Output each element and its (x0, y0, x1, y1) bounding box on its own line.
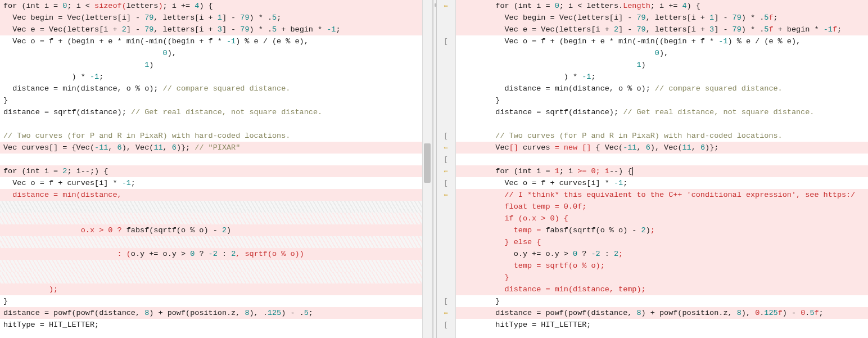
code-line[interactable]: temp = fabsf(sqrtf(o % o) - 2); (456, 224, 869, 236)
match-bracket-icon[interactable]: [ (437, 319, 455, 331)
code-line[interactable]: Vec curves[] = {Vec(-11, 6), Vec(11, 6)}… (0, 142, 422, 154)
right-pane: ⇐[[⇐[⇐[⇐[⇐[ for (int i = 0; i < letters.… (437, 0, 869, 338)
code-line[interactable]: ) * -1; (456, 71, 869, 83)
code-line[interactable]: for (int i = 0; i < letters.Length; i +=… (456, 0, 869, 12)
splitter[interactable] (433, 0, 437, 338)
code-line[interactable]: } (0, 94, 422, 106)
code-line[interactable]: Vec o = f + (begin + e * min(-min((begin… (0, 35, 422, 47)
code-line[interactable]: Vec o = f + (begin + e * min(-min((begin… (456, 35, 869, 47)
left-pane: for (int i = 0; i < sizeof(letters); i +… (0, 0, 433, 338)
move-left-icon[interactable]: ⇐ (437, 189, 455, 201)
gutter-blank (437, 213, 455, 224)
code-line[interactable]: 0), (0, 47, 422, 59)
code-line[interactable]: distance = sqrtf(distance); // Get real … (0, 106, 422, 118)
code-line[interactable] (0, 213, 422, 224)
code-line[interactable] (0, 118, 422, 130)
gutter-blank (437, 224, 455, 236)
right-gutter: ⇐[[⇐[⇐[⇐[⇐[ (437, 0, 456, 338)
code-line[interactable]: Vec e = Vec(letters[i + 2] - 79, letters… (0, 24, 422, 35)
code-line[interactable]: // Two curves (for P and R in PixaR) wit… (456, 130, 869, 142)
code-line[interactable] (0, 236, 422, 248)
code-line[interactable]: 1) (0, 59, 422, 71)
match-bracket-icon[interactable]: [ (437, 35, 455, 47)
gutter-blank (437, 283, 455, 295)
move-left-icon[interactable]: ⇐ (437, 0, 455, 12)
code-line[interactable]: ); (0, 283, 422, 295)
code-line[interactable]: hitType = HIT_LETTER; (0, 319, 422, 331)
code-line[interactable]: Vec begin = Vec(letters[i] - 79, letters… (456, 12, 869, 24)
gutter-blank (437, 272, 455, 283)
code-line[interactable] (0, 154, 422, 165)
code-line[interactable]: Vec o = f + curves[i] * -1; (456, 177, 869, 189)
match-bracket-icon[interactable]: [ (437, 154, 455, 165)
code-line[interactable]: for (int i = 2; i--;) { (0, 165, 422, 177)
gutter-blank (437, 201, 455, 213)
code-line[interactable]: o.x > 0 ? fabsf(sqrtf(o % o) - 2) (0, 224, 422, 236)
scroll-thumb[interactable] (424, 143, 431, 183)
code-line[interactable]: Vec o = f + curves[i] * -1; (0, 177, 422, 189)
move-left-icon[interactable]: ⇐ (437, 165, 455, 177)
code-line[interactable] (0, 201, 422, 213)
gutter-blank (437, 248, 455, 260)
code-line[interactable]: o.y += o.y > 0 ? -2 : 2; (456, 248, 869, 260)
code-line[interactable] (0, 260, 422, 272)
gutter-blank (437, 118, 455, 130)
match-bracket-icon[interactable]: [ (437, 295, 455, 307)
code-line[interactable]: Vec begin = Vec(letters[i] - 79, letters… (0, 12, 422, 24)
gutter-blank (437, 94, 455, 106)
gutter-blank (437, 106, 455, 118)
code-line[interactable] (456, 118, 869, 130)
left-scrollbar[interactable] (422, 0, 432, 338)
code-line[interactable]: distance = min(distance, (0, 189, 422, 201)
code-line[interactable] (0, 272, 422, 283)
code-line[interactable]: } (456, 94, 869, 106)
code-line[interactable]: distance = powf(powf(distance, 8) + powf… (456, 307, 869, 319)
code-line[interactable]: distance = powf(powf(distance, 8) + powf… (0, 307, 422, 319)
code-line[interactable]: temp = sqrtf(o % o); (456, 260, 869, 272)
code-line[interactable]: // Two curves (for P and R in PixaR) wit… (0, 130, 422, 142)
code-line[interactable]: distance = min(distance, o % o); // comp… (0, 83, 422, 94)
gutter-blank (437, 83, 455, 94)
code-line[interactable]: float temp = 0.0f; (456, 201, 869, 213)
code-line[interactable]: distance = min(distance, o % o); // comp… (456, 83, 869, 94)
code-line[interactable]: } (0, 295, 422, 307)
right-code[interactable]: for (int i = 0; i < letters.Length; i +=… (456, 0, 869, 338)
code-line[interactable]: for (int i = 0; i < sizeof(letters); i +… (0, 0, 422, 12)
left-code[interactable]: for (int i = 0; i < sizeof(letters); i +… (0, 0, 422, 338)
code-line[interactable]: distance = sqrtf(distance); // Get real … (456, 106, 869, 118)
code-line[interactable]: Vec[] curves = new [] { Vec(-11, 6), Vec… (456, 142, 869, 154)
code-line[interactable]: 0), (456, 47, 869, 59)
gutter-blank (437, 236, 455, 248)
code-line[interactable]: hitType = HIT_LETTER; (456, 319, 869, 331)
code-line[interactable] (456, 154, 869, 165)
code-line[interactable]: // I *think* this equivalent to the C++ … (456, 189, 869, 201)
gutter-blank (437, 260, 455, 272)
gutter-blank (437, 12, 455, 24)
gutter-blank (437, 24, 455, 35)
code-line[interactable]: } (456, 272, 869, 283)
code-line[interactable]: } else { (456, 236, 869, 248)
match-bracket-icon[interactable]: [ (437, 130, 455, 142)
code-line[interactable]: if (o.x > 0) { (456, 213, 869, 224)
move-left-icon[interactable]: ⇐ (437, 142, 455, 154)
code-line[interactable]: ) * -1; (0, 71, 422, 83)
match-bracket-icon[interactable]: [ (437, 177, 455, 189)
code-line[interactable]: : (o.y += o.y > 0 ? -2 : 2, sqrtf(o % o)… (0, 248, 422, 260)
code-line[interactable]: distance = min(distance, temp); (456, 283, 869, 295)
gutter-blank (437, 71, 455, 83)
code-line[interactable]: for (int i = 1; i >= 0; i--) { (456, 165, 869, 177)
code-line[interactable]: 1) (456, 59, 869, 71)
code-line[interactable]: } (456, 295, 869, 307)
gutter-blank (437, 59, 455, 71)
move-left-icon[interactable]: ⇐ (437, 307, 455, 319)
code-line[interactable]: Vec e = Vec(letters[i + 2] - 79, letters… (456, 24, 869, 35)
gutter-blank (437, 47, 455, 59)
